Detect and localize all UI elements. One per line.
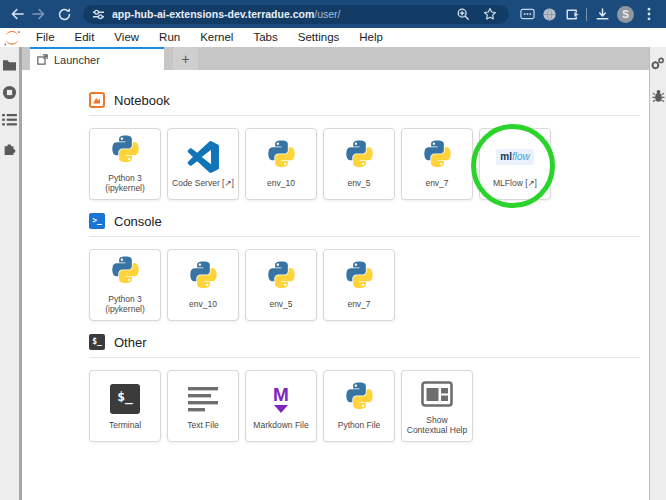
kebab-menu-icon xyxy=(647,7,651,21)
menu-help[interactable]: Help xyxy=(349,28,393,47)
new-launcher-button[interactable]: + xyxy=(173,47,198,70)
forward-button[interactable] xyxy=(29,3,51,25)
mlflow-icon: mlflow xyxy=(496,140,533,174)
card-notebook-mlflow[interactable]: mlflow MLFlow [↗] xyxy=(479,128,551,200)
extensions-icon xyxy=(564,7,579,22)
extension-manager-tab[interactable] xyxy=(2,140,18,156)
bookmark-button[interactable] xyxy=(480,3,500,25)
jupyterlab-menubar: File Edit View Run Kernel Tabs Settings … xyxy=(0,28,666,47)
profile-avatar[interactable]: S xyxy=(617,6,634,23)
file-browser-tab[interactable] xyxy=(2,56,18,72)
gears-icon xyxy=(651,57,665,70)
stop-circle-icon xyxy=(2,85,17,100)
python-icon xyxy=(265,140,298,174)
card-contextual-help[interactable]: Show Contextual Help xyxy=(401,370,473,442)
card-notebook-env-10[interactable]: env_10 xyxy=(245,128,317,200)
tab-launcher-label: Launcher xyxy=(54,54,100,66)
python-icon xyxy=(265,261,298,295)
dock-tabbar: Launcher + xyxy=(22,47,649,70)
reload-icon xyxy=(57,7,72,22)
card-console-env-7[interactable]: env_7 xyxy=(323,249,395,321)
toolbar-separator xyxy=(586,8,587,21)
menu-settings[interactable]: Settings xyxy=(288,28,350,47)
property-inspector-tab[interactable] xyxy=(650,55,666,71)
card-console-env-5[interactable]: env_5 xyxy=(245,249,317,321)
contextual-help-icon xyxy=(421,377,453,411)
python-icon xyxy=(109,256,142,290)
zoom-icon xyxy=(456,7,470,21)
card-python-file[interactable]: Python File xyxy=(323,370,395,442)
console-icon: >_ xyxy=(89,213,105,229)
main-column: Launcher + Notebook Python 3 (ipykernel) xyxy=(22,47,649,500)
section-notebook-header: Notebook xyxy=(89,92,640,116)
section-console-title: Console xyxy=(114,214,162,229)
url-text: app-hub-ai-extensions-dev.terradue.com/u… xyxy=(112,8,341,20)
card-notebook-python3[interactable]: Python 3 (ipykernel) xyxy=(89,128,161,200)
address-bar[interactable]: app-hub-ai-extensions-dev.terradue.com/u… xyxy=(83,5,509,24)
menu-file[interactable]: File xyxy=(26,28,65,47)
folder-icon xyxy=(2,58,17,71)
section-notebook: Notebook Python 3 (ipykernel) Code Serve… xyxy=(89,92,640,200)
browser-toolbar: app-hub-ai-extensions-dev.terradue.com/u… xyxy=(0,0,666,28)
markdown-arrow xyxy=(274,405,288,413)
section-other: $_ Other $_ Terminal Text File xyxy=(89,334,640,442)
site-controls-icon xyxy=(92,8,105,21)
url-path: /user/ xyxy=(314,8,340,20)
python-icon xyxy=(343,261,376,295)
menu-run[interactable]: Run xyxy=(149,28,190,47)
section-other-header: $_ Other xyxy=(89,334,640,358)
menu-tabs[interactable]: Tabs xyxy=(243,28,287,47)
terminal-icon: $_ xyxy=(110,382,140,416)
extension-badge-icon xyxy=(520,8,535,20)
markdown-icon: M xyxy=(273,382,289,416)
menu-kernel[interactable]: Kernel xyxy=(190,28,243,47)
launcher-panel: Notebook Python 3 (ipykernel) Code Serve… xyxy=(22,70,649,500)
card-notebook-env-7[interactable]: env_7 xyxy=(401,128,473,200)
downloads-button[interactable] xyxy=(592,3,612,25)
card-text-file[interactable]: Text File xyxy=(167,370,239,442)
url-host: app-hub-ai-extensions-dev.terradue.com xyxy=(112,8,314,20)
extension-badge-button[interactable] xyxy=(517,3,537,25)
download-icon xyxy=(595,7,610,22)
other-card-row: $_ Terminal Text File M Markdown File xyxy=(89,370,640,442)
python-icon xyxy=(421,140,454,174)
back-button[interactable] xyxy=(5,3,27,25)
notebook-card-row: Python 3 (ipykernel) Code Server [↗] env… xyxy=(89,128,640,200)
menu-view[interactable]: View xyxy=(104,28,149,47)
card-markdown-file[interactable]: M Markdown File xyxy=(245,370,317,442)
tab-launcher[interactable]: Launcher xyxy=(30,47,164,70)
python-icon xyxy=(343,382,376,416)
jupyter-logo xyxy=(2,29,22,46)
card-notebook-code-server[interactable]: Code Server [↗] xyxy=(167,128,239,200)
workspace: Launcher + Notebook Python 3 (ipykernel) xyxy=(0,47,666,500)
list-icon xyxy=(2,114,17,126)
back-icon xyxy=(8,6,24,22)
card-console-env-10[interactable]: env_10 xyxy=(167,249,239,321)
browser-menu-button[interactable] xyxy=(639,3,659,25)
card-terminal[interactable]: $_ Terminal xyxy=(89,370,161,442)
card-notebook-env-5[interactable]: env_5 xyxy=(323,128,395,200)
bug-icon xyxy=(652,89,665,103)
section-console: >_ Console Python 3 (ipykernel) env_10 e… xyxy=(89,213,640,321)
avatar-letter: S xyxy=(622,9,629,20)
section-notebook-title: Notebook xyxy=(114,93,170,108)
notebook-icon xyxy=(89,92,105,108)
text-file-icon xyxy=(188,382,218,416)
debugger-tab[interactable] xyxy=(650,88,666,104)
reload-button[interactable] xyxy=(53,3,75,25)
right-sidebar xyxy=(649,47,666,500)
python-icon xyxy=(187,261,220,295)
puzzle-icon xyxy=(2,141,17,156)
zoom-button[interactable] xyxy=(453,3,473,25)
left-sidebar xyxy=(0,47,22,500)
section-other-title: Other xyxy=(114,335,147,350)
extensions-button[interactable] xyxy=(561,3,581,25)
extension-globe-button[interactable] xyxy=(539,3,559,25)
menu-edit[interactable]: Edit xyxy=(65,28,105,47)
vscode-icon xyxy=(187,140,219,174)
card-console-python3[interactable]: Python 3 (ipykernel) xyxy=(89,249,161,321)
running-kernels-tab[interactable] xyxy=(2,84,18,100)
forward-icon xyxy=(32,6,48,22)
table-of-contents-tab[interactable] xyxy=(2,112,18,128)
terminal-section-icon: $_ xyxy=(89,334,105,350)
